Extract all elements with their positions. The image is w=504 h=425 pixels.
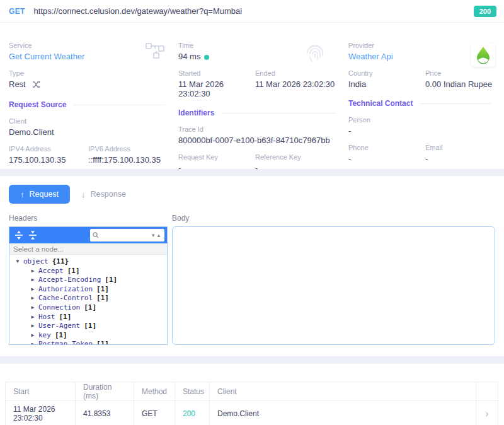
details-column-time: Time 94 ms: [178, 42, 348, 173]
country-label: Country: [348, 69, 425, 77]
payload-tabs: ↑ Request ↓ Response: [9, 185, 495, 204]
identifiers-heading: Identifiers: [178, 108, 348, 117]
ipv4-label: IPV4 Address: [9, 145, 88, 153]
trace-id-label: Trace Id: [178, 125, 348, 133]
price-value: 0.00 Indian Rupee: [425, 79, 495, 89]
col-actions: [476, 382, 498, 401]
time-status-dot: [204, 55, 209, 60]
transaction-details: Service Get Current Weather Type Rest: [0, 23, 504, 169]
provider-logo: [471, 43, 495, 67]
person-value: -: [348, 126, 495, 136]
client-label: Client: [9, 117, 178, 125]
person-label: Person: [348, 116, 495, 124]
arrow-down-icon: ↓: [81, 190, 86, 199]
tree-node[interactable]: ▶ Postman-Token [1]: [9, 340, 167, 344]
country-value: India: [348, 79, 425, 89]
email-value: -: [425, 154, 495, 163]
search-next-prev-icons[interactable]: ▼▲: [151, 233, 162, 238]
tab-request[interactable]: ↑ Request: [9, 185, 70, 204]
cell-start: 11 Mar 2026 23:02:30: [6, 401, 76, 425]
http-method: GET: [9, 7, 25, 16]
request-url: https://connect.celusion.dev/gateway/wea…: [34, 6, 243, 16]
ipv6-label: IPV6 Address: [88, 145, 178, 153]
request-key-label: Request Key: [178, 153, 255, 161]
tree-path-bar: Select a node...: [9, 243, 167, 255]
status-code-badge: 200: [474, 6, 496, 17]
tree-search-input[interactable]: [101, 231, 151, 239]
tree-node[interactable]: ▶ Accept-Encoding [1]: [9, 276, 167, 285]
reference-key-label: Reference Key: [255, 153, 348, 161]
tree-node[interactable]: ▶ Authorization [1]: [9, 285, 167, 294]
table-row[interactable]: 11 Mar 2026 23:02:30 41.8353 GET 200 Dem…: [6, 401, 498, 425]
started-label: Started: [178, 69, 255, 77]
expand-triangle-icon[interactable]: ▶: [30, 322, 36, 331]
tree-node[interactable]: ▶ key [1]: [9, 331, 167, 341]
arrow-up-icon: ↑: [20, 190, 25, 199]
expand-triangle-icon[interactable]: ▶: [30, 267, 36, 276]
technical-contact-heading: Technical Contact: [348, 99, 495, 108]
ipv4-value: 175.100.130.35: [9, 155, 88, 165]
table-header-row: Start Duration (ms) Method Status Client: [6, 382, 498, 401]
request-source-heading: Request Source: [9, 100, 178, 109]
headers-label: Headers: [9, 214, 168, 223]
history-table: Start Duration (ms) Method Status Client…: [5, 381, 498, 425]
tree-node-root[interactable]: ▼ object {11}: [9, 257, 167, 267]
tree-search-box: ▼▲: [90, 229, 164, 242]
history-section: Start Duration (ms) Method Status Client…: [0, 364, 504, 425]
tree-node[interactable]: ▶ User-Agent [1]: [9, 322, 167, 331]
price-label: Price: [425, 69, 495, 77]
expand-triangle-icon[interactable]: ▶: [30, 285, 36, 294]
collapse-all-button[interactable]: [26, 229, 40, 242]
fingerprint-icon: [304, 43, 326, 67]
expand-triangle-icon[interactable]: ▶: [30, 303, 36, 313]
started-value: 11 Mar 2026 23:02:30: [178, 79, 255, 98]
collapse-triangle-icon[interactable]: ▼: [14, 257, 21, 267]
shuffle-icon[interactable]: [32, 81, 40, 90]
request-key-value: -: [178, 163, 255, 173]
tree-toolbar: ▼▲: [9, 227, 167, 243]
expand-triangle-icon[interactable]: ▶: [30, 340, 36, 344]
expand-triangle-icon[interactable]: ▶: [30, 331, 36, 341]
request-url-bar: GET https://connect.celusion.dev/gateway…: [0, 0, 504, 23]
section-divider: [0, 356, 504, 364]
tree-node[interactable]: ▶ Host [1]: [9, 313, 167, 322]
ipv6-value: ::ffff:175.100.130.35: [88, 155, 178, 165]
tree-body: ▼ object {11} ▶ Accept [1] ▶ Accept-Enco…: [9, 255, 167, 344]
tree-node[interactable]: ▶ Cache-Control [1]: [9, 294, 167, 303]
expand-triangle-icon[interactable]: ▶: [30, 276, 36, 285]
payload-section: ↑ Request ↓ Response Headers: [0, 176, 504, 356]
cell-client: Demo.Client: [210, 401, 476, 425]
body-panel: [172, 226, 495, 345]
tab-response[interactable]: ↓ Response: [81, 190, 126, 199]
details-column-service: Service Get Current Weather Type Rest: [9, 42, 178, 173]
cell-status: 200: [175, 401, 210, 425]
reference-key-value: -: [255, 163, 348, 173]
type-label: Type: [9, 69, 178, 77]
cell-duration: 41.8353: [76, 401, 134, 425]
email-label: Email: [425, 144, 495, 151]
search-icon: [93, 232, 99, 238]
phone-label: Phone: [348, 144, 425, 151]
tree-node[interactable]: ▶ Accept [1]: [9, 267, 167, 276]
cell-method: GET: [134, 401, 175, 425]
expand-triangle-icon[interactable]: ▶: [30, 313, 36, 322]
tree-node[interactable]: ▶ Connection [1]: [9, 303, 167, 313]
col-start: Start: [6, 382, 76, 401]
col-client: Client: [210, 382, 476, 401]
ended-label: Ended: [255, 69, 348, 77]
tree-items: ▶ Accept [1] ▶ Accept-Encoding [1] ▶ Aut…: [9, 267, 167, 344]
ended-value: 11 Mar 2026 23:02:30: [255, 79, 348, 89]
col-method: Method: [134, 382, 175, 401]
headers-tree-editor: ▼▲ Select a node... ▼ object {11} ▶ Acce…: [9, 226, 168, 345]
col-duration: Duration (ms): [76, 382, 134, 401]
col-status: Status: [175, 382, 210, 401]
body-label: Body: [172, 214, 495, 223]
expand-all-button[interactable]: [12, 229, 26, 242]
phone-value: -: [348, 154, 425, 163]
expand-triangle-icon[interactable]: ▶: [30, 294, 36, 303]
trace-id-value: 800000bf-0007-e100-b63f-84710c7967bb: [178, 136, 348, 145]
type-value: Rest: [9, 79, 178, 90]
row-chevron-icon[interactable]: ›: [476, 401, 498, 425]
details-column-provider: Provider Weather Api: [348, 42, 495, 173]
client-value: Demo.Client: [9, 127, 178, 137]
